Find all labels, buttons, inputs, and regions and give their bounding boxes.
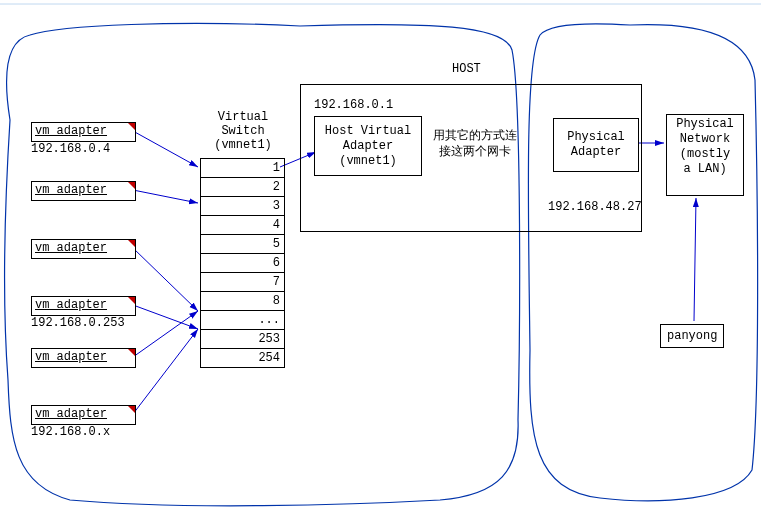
vs-cell: 3 xyxy=(201,197,285,216)
svg-line-8 xyxy=(694,198,696,321)
svg-line-5 xyxy=(133,329,198,414)
host-virtual-adapter-box: Host Virtual Adapter (vmnet1) xyxy=(314,116,422,176)
vs-row: 2 xyxy=(201,178,285,197)
vm-adapter-label: vm adapter xyxy=(35,124,107,138)
physical-network-box: Physical Network (mostly a LAN) xyxy=(666,114,744,196)
vm-adapter-box: vm adapter xyxy=(31,181,136,201)
vm-adapter-label: vm adapter xyxy=(35,298,107,312)
vs-cell: 5 xyxy=(201,235,285,254)
vs-cell: 8 xyxy=(201,292,285,311)
svg-line-1 xyxy=(133,190,198,203)
panyong-box: panyong xyxy=(660,324,724,348)
vs-cell: 1 xyxy=(201,159,285,178)
physical-adapter-box: Physical Adapter xyxy=(553,118,639,172)
vm-adapter-ip: 192.168.0.x xyxy=(31,425,151,439)
vm-adapter-ip: 192.168.0.253 xyxy=(31,316,151,330)
vs-row: 3 xyxy=(201,197,285,216)
vs-row: 8 xyxy=(201,292,285,311)
host-label: HOST xyxy=(452,62,481,76)
diagram-stage: vm adapter 192.168.0.4 vm adapter vm ada… xyxy=(0,0,761,527)
vs-cell: 7 xyxy=(201,273,285,292)
between-adapters-text: 用其它的方式连 接这两个网卡 xyxy=(425,128,525,160)
vs-row: 6 xyxy=(201,254,285,273)
connectors-svg xyxy=(0,0,761,527)
vs-row: 5 xyxy=(201,235,285,254)
vs-row: ... xyxy=(201,311,285,330)
vm-adapter-box: vm adapter xyxy=(31,122,136,142)
vm-adapter-label: vm adapter xyxy=(35,350,107,364)
vs-cell: 253 xyxy=(201,330,285,349)
vs-cell: ... xyxy=(201,311,285,330)
physical-adapter-ip: 192.168.48.27 xyxy=(548,200,642,214)
vs-row: 7 xyxy=(201,273,285,292)
vm-adapter-box: vm adapter xyxy=(31,348,136,368)
vs-row: 1 xyxy=(201,159,285,178)
svg-line-2 xyxy=(133,248,198,311)
vm-adapter-box: vm adapter xyxy=(31,239,136,259)
vs-cell: 254 xyxy=(201,349,285,368)
vs-cell: 2 xyxy=(201,178,285,197)
vs-cell: 4 xyxy=(201,216,285,235)
vm-adapter-label: vm adapter xyxy=(35,183,107,197)
vm-adapter-ip: 192.168.0.4 xyxy=(31,142,151,156)
vs-row: 253 xyxy=(201,330,285,349)
vm-adapter-label: vm adapter xyxy=(35,241,107,255)
vs-row: 4 xyxy=(201,216,285,235)
vm-adapter-box: vm adapter xyxy=(31,296,136,316)
vs-cell: 6 xyxy=(201,254,285,273)
virtual-switch-table: 1 2 3 4 5 6 7 8 ... 253 254 xyxy=(200,158,285,368)
virtual-switch-title: Virtual Switch (vmnet1) xyxy=(198,110,288,152)
vm-adapter-label: vm adapter xyxy=(35,407,107,421)
host-virtual-ip: 192.168.0.1 xyxy=(314,98,393,112)
vs-row: 254 xyxy=(201,349,285,368)
vm-adapter-box: vm adapter xyxy=(31,405,136,425)
